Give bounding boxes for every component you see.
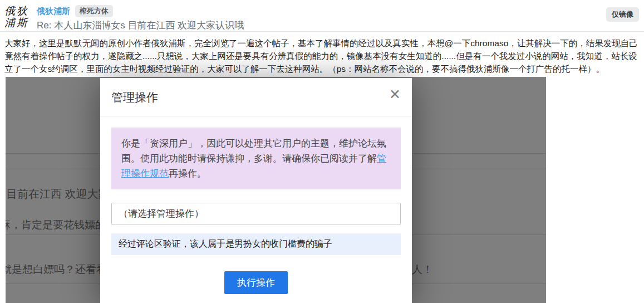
mirror-only-badge[interactable]: 仅镜像	[606, 7, 639, 22]
moderation-notice: 你是「资深用户」，因此可以处理其它用户的主题，维护论坛氛围。使用此功能时请保持谦…	[111, 128, 401, 189]
notice-text-after: 再操作。	[169, 168, 207, 179]
background-reply-text: 就是想白嫖吗？还看看	[6, 262, 107, 277]
site-logo-line2: 浦斯	[4, 16, 29, 28]
forum-page: 俄狄浦斯 俄狄浦斯 榨死方休 Re: 本人山东淄博女s 目前在江西 欢迎大家认识…	[0, 0, 644, 303]
admin-actions-modal: 管理操作 ✕ 你是「资深用户」，因此可以处理其它用户的主题，维护论坛氛围。使用此…	[100, 78, 412, 303]
background-reply-text: 人！	[412, 262, 433, 277]
topic-title[interactable]: Re: 本人山东淄博女s 目前在江西 欢迎大家认识哦	[37, 19, 244, 32]
modal-header: 管理操作 ✕	[100, 78, 412, 116]
post-body-text: 大家好，这里是默默无闻的原创小作者俄狄浦斯，完全浏览了一遍这个帖子，基本了解事情…	[0, 32, 644, 75]
author-line: 俄狄浦斯 榨死方休	[37, 5, 244, 17]
close-icon[interactable]: ✕	[389, 87, 401, 101]
site-logo[interactable]: 俄狄浦斯	[4, 5, 29, 28]
notice-text-before: 你是「资深用户」，因此可以处理其它用户的主题，维护论坛氛围。使用此功能时请保持谦…	[121, 138, 386, 164]
reason-input[interactable]	[111, 233, 401, 255]
action-select[interactable]: （请选择管理操作）	[111, 203, 401, 224]
topic-header-main: 俄狄浦斯 榨死方休 Re: 本人山东淄博女s 目前在江西 欢迎大家认识哦	[37, 4, 244, 32]
topic-header: 俄狄浦斯 俄狄浦斯 榨死方休 Re: 本人山东淄博女s 目前在江西 欢迎大家认识…	[0, 0, 644, 32]
execute-action-button[interactable]: 执行操作	[224, 271, 288, 294]
modal-title: 管理操作	[111, 90, 401, 105]
author-flair-badge: 榨死方休	[75, 5, 113, 17]
action-select-value: （请选择管理操作）	[119, 207, 204, 220]
author-username-link[interactable]: 俄狄浦斯	[37, 6, 70, 17]
background-reply-text: 麻，肯定是要花钱嫖的	[6, 218, 106, 232]
site-logo-line1: 俄狄	[4, 4, 29, 17]
modal-body: 你是「资深用户」，因此可以处理其它用户的主题，维护论坛氛围。使用此功能时请保持谦…	[100, 116, 412, 303]
